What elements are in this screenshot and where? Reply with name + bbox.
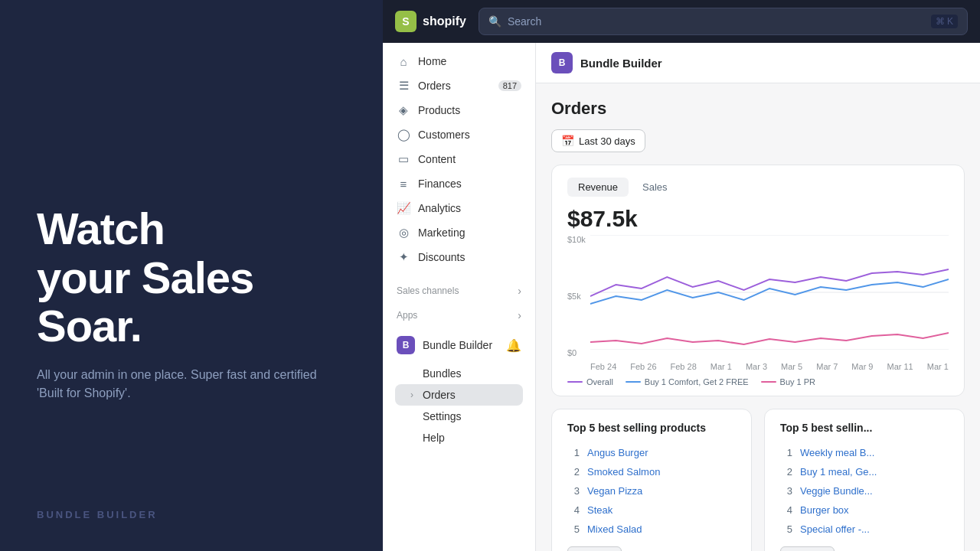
- date-filter-label: Last 30 days: [579, 135, 635, 147]
- sidebar-item-finances[interactable]: ≡ Finances: [389, 171, 529, 196]
- orders-section: Orders 📅 Last 30 days Revenue Sales $87.…: [536, 83, 980, 551]
- bundle-link-special-offer[interactable]: Special offer -...: [800, 523, 870, 535]
- apps-label: Apps: [397, 310, 417, 321]
- bundle-link-burger-box[interactable]: Burger box: [800, 504, 849, 516]
- chart-legend: Overall Buy 1 Comfort, Get 2 FREE Buy 1 …: [567, 377, 949, 386]
- sidebar-item-label: Products: [418, 104, 460, 116]
- app-header-icon: B: [551, 52, 573, 73]
- list-item: 4 Burger box: [780, 500, 949, 520]
- chart-tabs: Revenue Sales: [567, 178, 949, 197]
- sidebar-item-analytics[interactable]: 📈 Analytics: [389, 196, 529, 220]
- shopify-logo-text: shopify: [423, 15, 466, 28]
- analytics-icon: 📈: [397, 201, 410, 215]
- list-item: 2 Smoked Salmon: [567, 462, 736, 481]
- product-link-angus-burger[interactable]: Angus Burger: [587, 447, 648, 458]
- promo-brand: BUNDLE BUILDER: [37, 509, 346, 520]
- content-icon: ▭: [397, 152, 410, 166]
- shopify-logo-icon: S: [395, 11, 416, 32]
- bundles-label: Bundles: [423, 367, 462, 380]
- shopify-logo: S shopify: [395, 11, 466, 32]
- sidebar-item-customers[interactable]: ◯ Customers: [389, 122, 529, 147]
- sidebar-item-label: Customers: [418, 129, 470, 141]
- legend-buy1pr: Buy 1 PR: [761, 377, 815, 386]
- search-bar[interactable]: 🔍 Search ⌘ K: [479, 8, 968, 35]
- sidebar-item-label: Discounts: [418, 251, 465, 263]
- subnav-settings[interactable]: Settings: [395, 406, 523, 427]
- bell-icon: 🔔: [506, 338, 521, 353]
- list-item: 1 Weekly meal B...: [780, 443, 949, 462]
- list-item: 5 Special offer -...: [780, 520, 949, 539]
- sidebar-item-label: Orders: [418, 80, 451, 92]
- marketing-icon: ◎: [397, 226, 410, 240]
- sidebar-item-marketing[interactable]: ◎ Marketing: [389, 220, 529, 245]
- legend-buy1comfort: Buy 1 Comfort, Get 2 FREE: [626, 377, 749, 386]
- sidebar-item-orders[interactable]: ☰ Orders 817: [389, 73, 529, 98]
- bundle-builder-section: B Bundle Builder 🔔 Bundles › Orders Sett…: [383, 324, 535, 458]
- chevron-right-icon: ›: [518, 309, 521, 321]
- orders-icon: ☰: [397, 79, 410, 93]
- list-item: 5 Mixed Salad: [567, 520, 736, 539]
- tab-revenue[interactable]: Revenue: [567, 178, 629, 197]
- list-item: 3 Vegan Pizza: [567, 481, 736, 500]
- search-placeholder: Search: [508, 15, 925, 28]
- product-link-smoked-salmon[interactable]: Smoked Salmon: [587, 466, 660, 478]
- legend-dot-buy1pr: [761, 381, 776, 383]
- top5-bundles-list: 1 Weekly meal B... 2 Buy 1 meal, Ge... 3…: [780, 443, 949, 539]
- sidebar: ⌂ Home ☰ Orders 817 ◈ Products ◯ Custome…: [383, 43, 536, 551]
- orders-badge: 817: [498, 80, 521, 91]
- main-content: ⌂ Home ☰ Orders 817 ◈ Products ◯ Custome…: [383, 43, 980, 551]
- admin-panel: S shopify 🔍 Search ⌘ K ⌂ Home ☰ Orders 8…: [383, 0, 980, 551]
- sidebar-item-label: Analytics: [418, 202, 461, 214]
- customers-icon: ◯: [397, 128, 410, 142]
- app-header: B Bundle Builder: [536, 43, 980, 83]
- discounts-icon: ✦: [397, 250, 410, 264]
- list-item: 1 Angus Burger: [567, 443, 736, 462]
- sales-channels-label: Sales channels: [397, 285, 459, 296]
- apps-section[interactable]: Apps ›: [383, 300, 535, 324]
- bundle-builder-icon: B: [397, 336, 415, 354]
- sidebar-item-discounts[interactable]: ✦ Discounts: [389, 245, 529, 269]
- subnav-orders[interactable]: › Orders: [395, 384, 523, 406]
- promo-description: All your admin in one place. Super fast …: [37, 366, 346, 403]
- sales-channels-section[interactable]: Sales channels ›: [383, 276, 535, 300]
- list-item: 3 Veggie Bundle...: [780, 481, 949, 500]
- top5-bundles-card: Top 5 best sellin... 1 Weekly meal B... …: [764, 409, 965, 551]
- view-all-products-button[interactable]: View all: [567, 546, 622, 551]
- sidebar-item-products[interactable]: ◈ Products: [389, 98, 529, 122]
- top5-products-card: Top 5 best selling products 1 Angus Burg…: [551, 409, 752, 551]
- sub-arrow-icon: ›: [410, 390, 413, 400]
- orders-title: Orders: [551, 99, 965, 119]
- search-icon: 🔍: [488, 15, 501, 28]
- list-item: 2 Buy 1 meal, Ge...: [780, 462, 949, 481]
- product-link-vegan-pizza[interactable]: Vegan Pizza: [587, 485, 642, 497]
- list-item: 4 Steak: [567, 500, 736, 520]
- bundle-builder-nav-item[interactable]: B Bundle Builder 🔔: [389, 331, 529, 360]
- sidebar-item-content[interactable]: ▭ Content: [389, 147, 529, 171]
- app-header-title: Bundle Builder: [580, 57, 662, 70]
- bottom-cards: Top 5 best selling products 1 Angus Burg…: [551, 409, 965, 551]
- settings-label: Settings: [423, 410, 462, 422]
- sidebar-item-label: Finances: [418, 178, 462, 190]
- chart-y-labels: $10k $5k $0: [567, 235, 586, 357]
- promo-panel: Watch your Sales Soar. All your admin in…: [0, 0, 383, 551]
- subnav-bundles[interactable]: Bundles: [395, 363, 523, 384]
- product-link-mixed-salad[interactable]: Mixed Salad: [587, 523, 642, 535]
- topbar: S shopify 🔍 Search ⌘ K: [383, 0, 980, 43]
- product-link-steak[interactable]: Steak: [587, 504, 612, 516]
- top5-bundles-title: Top 5 best sellin...: [780, 422, 949, 434]
- bundle-link-veggie[interactable]: Veggie Bundle...: [800, 485, 873, 497]
- bundle-link-buy1meal[interactable]: Buy 1 meal, Ge...: [800, 466, 877, 478]
- sidebar-item-home[interactable]: ⌂ Home: [389, 49, 529, 73]
- calendar-icon: 📅: [561, 135, 574, 147]
- bundle-link-weekly-meal[interactable]: Weekly meal B...: [800, 447, 874, 458]
- tab-sales[interactable]: Sales: [632, 178, 678, 197]
- chart-svg: [590, 235, 949, 350]
- finances-icon: ≡: [397, 177, 410, 191]
- top5-products-list: 1 Angus Burger 2 Smoked Salmon 3 Vegan P…: [567, 443, 736, 539]
- view-all-bundles-button[interactable]: View all: [780, 546, 835, 551]
- home-icon: ⌂: [397, 54, 410, 68]
- bundle-builder-label: Bundle Builder: [423, 339, 492, 351]
- subnav-help[interactable]: Help: [395, 427, 523, 448]
- date-filter[interactable]: 📅 Last 30 days: [551, 129, 645, 152]
- top5-products-title: Top 5 best selling products: [567, 422, 736, 434]
